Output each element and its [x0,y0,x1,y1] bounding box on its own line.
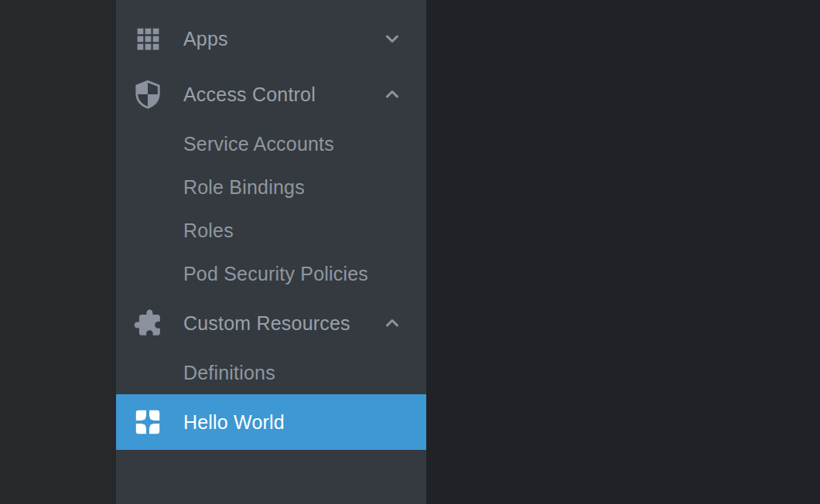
custom-resource-icon [133,407,162,437]
chevron-up-icon[interactable] [381,83,403,105]
sidebar-item-label: Role Bindings [183,176,305,199]
sidebar-item-label: Definitions [183,362,275,384]
main-content-area [426,0,820,504]
apps-grid-icon [133,24,162,53]
chevron-down-icon[interactable] [381,28,403,49]
sidebar-item-label: Apps [183,28,228,50]
sidebar-item-roles[interactable]: Roles [116,209,426,252]
sidebar-item-label: Custom Resources [183,312,350,335]
sidebar-item-label: Hello World [183,411,285,434]
sidebar-item-hello-world[interactable]: Hello World [116,394,426,450]
app-layout: Apps [0,0,820,504]
sidebar-item-pod-security-policies[interactable]: Pod Security Policies [116,252,426,295]
sidebar-item-label: Access Control [183,83,316,106]
sidebar-nav: Apps [116,0,426,504]
shield-icon [133,80,162,109]
sidebar-item-label: Roles [183,220,234,242]
sidebar-item-access-control[interactable]: Access Control [116,66,426,122]
chevron-up-icon[interactable] [381,312,403,334]
sidebar-item-role-bindings[interactable]: Role Bindings [116,165,426,209]
sidebar-item-label: Service Accounts [183,133,334,155]
sidebar-item-definitions[interactable]: Definitions [116,351,426,394]
sidebar-item-custom-resources[interactable]: Custom Resources [116,295,426,351]
left-background-panel [0,0,116,504]
puzzle-icon [133,308,162,338]
sidebar-item-label: Pod Security Policies [183,263,368,285]
sidebar-item-apps[interactable]: Apps [116,11,426,66]
sidebar-item-service-accounts[interactable]: Service Accounts [116,122,426,165]
